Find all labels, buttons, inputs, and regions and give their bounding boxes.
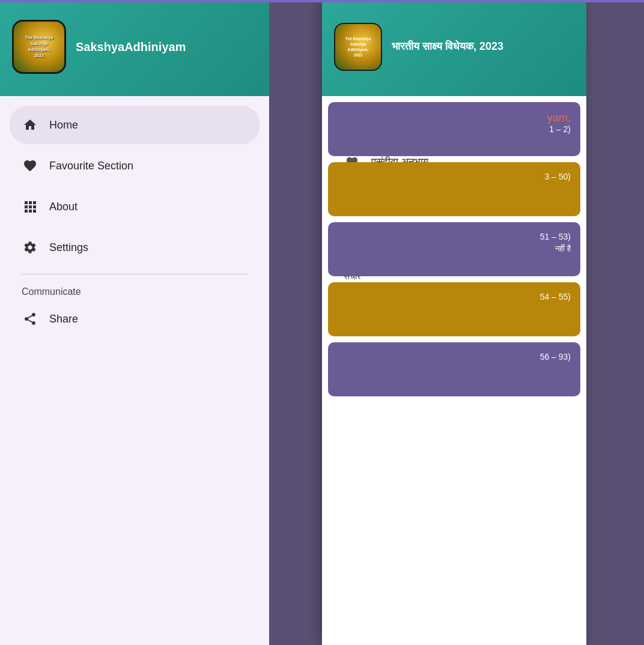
right-bg-card-2: 51 – 53) नहीं है [328,222,580,276]
home-icon [22,117,38,133]
settings-icon [22,239,38,256]
nav-home-label: Home [49,119,78,132]
svg-rect-2 [33,201,36,204]
left-nav-overlay: Home Favourite Section About Settings [0,96,269,645]
right-bg-card-1: 3 – 50) [328,162,580,216]
grid-icon [22,198,38,215]
far-right-bg [586,0,644,645]
svg-rect-3 [25,205,28,208]
left-header: The BharatiyaSakshyaAdhiniyam,2023 Saksh… [0,0,269,96]
right-bg-card-0: yam, 1 – 2) [328,102,580,156]
nav-item-favourite[interactable]: Favourite Section [10,147,260,185]
left-panel: The BharatiyaSakshyaAdhiniyam,2023 Saksh… [0,0,269,645]
nav-favourite-label: Favourite Section [49,160,133,172]
app-logo-right: The BharatiyaSakshyaAdhiniyam,2023 [334,23,382,71]
svg-rect-7 [29,210,32,213]
app-title-left: SakshyaAdhiniyam [76,39,186,55]
nav-item-home[interactable]: Home [10,106,260,144]
nav-divider [22,274,248,274]
right-bg-card-3: 54 – 55) [328,282,580,336]
right-bg-card-4: 56 – 93) [328,342,580,396]
logo-text-left: The BharatiyaSakshyaAdhiniyam,2023 [22,31,56,62]
nav-item-about[interactable]: About [10,187,260,226]
app-title-right: भारतीय साक्ष्य विधेयक, 2023 [392,39,503,54]
svg-rect-0 [25,201,28,204]
right-header: The BharatiyaSakshyaAdhiniyam,2023 भारती… [322,0,586,96]
share-icon [22,310,38,327]
app-logo-left: The BharatiyaSakshyaAdhiniyam,2023 [12,20,66,74]
heart-icon [22,157,38,174]
svg-rect-5 [33,205,36,208]
nav-item-settings[interactable]: Settings [10,228,260,267]
nav-share-label: Share [49,313,78,326]
right-panel: The BharatiyaSakshyaAdhiniyam,2023 भारती… [322,0,586,645]
svg-rect-1 [29,201,32,204]
top-bar [0,0,644,2]
communicate-section: Communicate [10,282,260,300]
nav-settings-label: Settings [49,241,88,254]
svg-rect-8 [33,210,36,213]
svg-rect-6 [25,210,28,213]
svg-rect-4 [29,205,32,208]
mid-separator [269,0,322,645]
nav-about-label: About [49,201,77,213]
nav-item-share[interactable]: Share [10,300,260,338]
